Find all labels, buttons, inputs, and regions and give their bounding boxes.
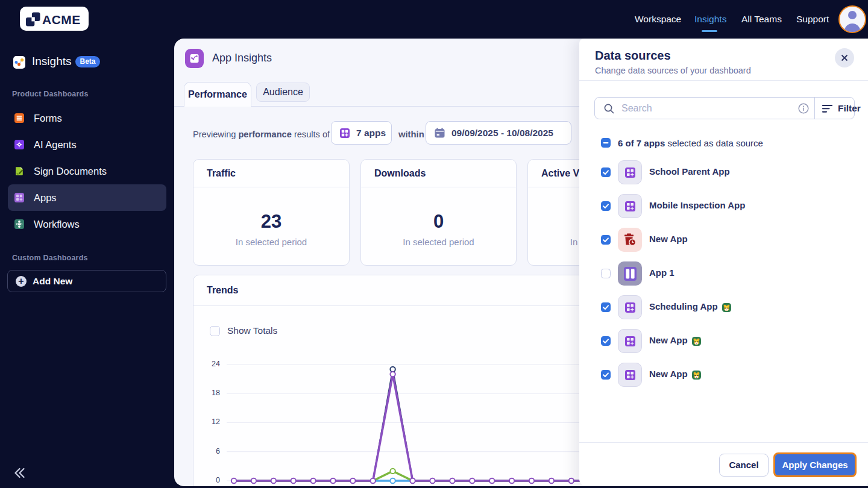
svg-text:ACME: ACME: [42, 13, 81, 27]
